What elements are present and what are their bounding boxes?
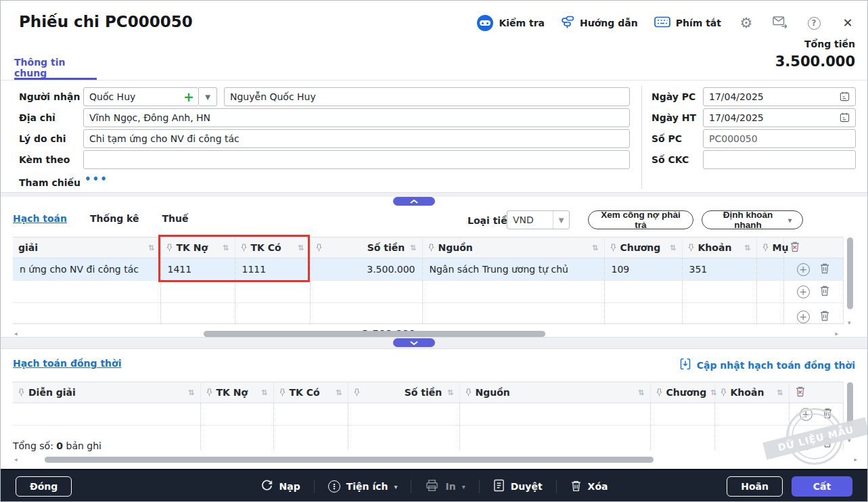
scroll-right-icon[interactable]: ▸ (835, 331, 838, 337)
calendar-icon[interactable] (840, 112, 850, 124)
pin-icon[interactable] (721, 388, 727, 396)
sort-icon[interactable]: ⇅ (148, 244, 154, 252)
scrollbar-thumb[interactable] (847, 382, 853, 431)
sort-icon[interactable]: ⇅ (710, 388, 716, 397)
pin-icon[interactable] (428, 244, 434, 252)
utilities-button[interactable]: ⋮ Tiện ích ▾ (328, 480, 398, 493)
pin-icon[interactable] (206, 388, 212, 396)
recipient-name-input[interactable] (224, 87, 630, 106)
scrollbar-thumb[interactable] (204, 331, 545, 337)
view-payable-debt-button[interactable]: Xem công nợ phải trả (588, 210, 693, 229)
shortcut-button[interactable]: Phím tắt (654, 16, 721, 30)
pin-icon[interactable] (18, 388, 24, 396)
scrollbar-thumb[interactable] (45, 457, 654, 463)
col-source[interactable]: Nguồn⇅ (459, 382, 650, 403)
col-item[interactable]: Khoản⇅ (714, 382, 789, 403)
delete-row-icon[interactable] (822, 436, 833, 450)
add-row-icon[interactable]: + (800, 437, 813, 450)
recipient-code-input[interactable] (83, 87, 199, 106)
send-feedback-button[interactable] (771, 14, 789, 32)
delete-all-icon[interactable]: ✕ (790, 241, 800, 252)
delete-row-icon[interactable] (819, 263, 830, 276)
scroll-left-icon[interactable]: ◂ (14, 331, 18, 337)
vertical-scrollbar[interactable]: ▾ (847, 382, 853, 447)
delete-button[interactable]: Xóa (570, 480, 608, 494)
delete-all-icon[interactable]: ✕ (795, 386, 806, 397)
col-delete-all[interactable]: ✕ (789, 382, 843, 403)
help-button[interactable]: ? (805, 14, 823, 32)
sort-icon[interactable]: ⇅ (410, 244, 416, 252)
table-row[interactable]: n ứng cho NV đi công tác 1411 1111 3.500… (13, 258, 843, 281)
sort-icon[interactable]: ⇅ (670, 244, 676, 252)
reason-input[interactable] (83, 129, 630, 148)
pin-icon[interactable] (610, 244, 616, 252)
pin-icon[interactable] (688, 244, 694, 252)
pin-icon[interactable] (354, 388, 360, 396)
tab-statistics[interactable]: Thống kê (90, 213, 139, 224)
sort-icon[interactable]: ⇅ (592, 244, 598, 252)
sort-icon[interactable]: ⇅ (744, 244, 750, 252)
horizontal-scrollbar[interactable]: ◂ ▸ (13, 457, 859, 463)
cell-description[interactable]: n ứng cho NV đi công tác (13, 258, 160, 281)
tab-accounting[interactable]: Hạch toán (13, 213, 67, 224)
pin-icon[interactable] (465, 388, 472, 396)
sort-icon[interactable]: ⇅ (261, 388, 267, 397)
col-chapter[interactable]: Chương⇅ (604, 237, 682, 258)
collapse-down-button[interactable] (393, 338, 435, 347)
horizontal-scrollbar[interactable]: ◂ ▸ (13, 331, 840, 337)
close-voucher-button[interactable]: Đóng (16, 476, 72, 497)
print-button[interactable]: In ▾ (425, 479, 465, 494)
col-delete-all[interactable]: ✕ (783, 237, 843, 258)
delete-row-icon[interactable] (819, 310, 830, 323)
scroll-left-icon[interactable]: ◂ (14, 457, 18, 463)
table-row-empty[interactable]: + (13, 281, 843, 303)
scroll-down-icon[interactable]: ▾ (848, 438, 851, 444)
reference-ellipsis-button[interactable]: ••• (85, 173, 108, 185)
cell-item[interactable]: 351 (682, 258, 756, 281)
col-description[interactable]: Diễn giải⇅ (13, 382, 200, 403)
cell-chapter[interactable]: 109 (604, 258, 682, 281)
col-amount[interactable]: Số tiền⇅ (348, 382, 459, 403)
calendar-icon[interactable] (840, 91, 850, 104)
check-button[interactable]: Kiểm tra (477, 15, 545, 31)
voucher-no-input[interactable] (703, 129, 856, 148)
attachment-input[interactable] (83, 150, 630, 169)
scroll-right-icon[interactable]: ▸ (854, 457, 857, 463)
cell-debit-account[interactable]: 1411 (160, 258, 235, 281)
add-row-icon[interactable]: + (797, 286, 810, 298)
reload-button[interactable]: Nạp (260, 479, 300, 494)
col-amount[interactable]: Số tiền⇅ (310, 237, 422, 258)
address-input[interactable] (83, 108, 630, 127)
sort-icon[interactable]: ⇅ (188, 388, 194, 397)
col-debit-account[interactable]: TK Nợ⇅ (160, 237, 235, 258)
delete-row-icon[interactable] (819, 285, 830, 298)
save-button[interactable]: Cất (792, 476, 852, 497)
delete-row-icon[interactable] (822, 407, 833, 421)
pin-icon[interactable] (279, 388, 285, 396)
cell-credit-account[interactable]: 1111 (235, 258, 310, 281)
collapse-up-button[interactable] (393, 197, 435, 206)
sort-icon[interactable]: ⇅ (298, 244, 304, 252)
col-credit-account[interactable]: TK Có⇅ (273, 382, 348, 403)
sort-icon[interactable]: ⇅ (777, 388, 783, 397)
add-row-icon[interactable]: + (797, 311, 810, 323)
date-ht-input[interactable] (703, 108, 856, 127)
table-row-empty[interactable]: + (13, 403, 843, 426)
simultaneous-posting-link[interactable]: Hạch toán đồng thời (13, 358, 121, 369)
col-chapter[interactable]: Chương⇅ (650, 382, 714, 403)
pin-icon[interactable] (656, 388, 662, 396)
col-item[interactable]: Khoản⇅ (682, 237, 756, 258)
cell-sub-item[interactable] (756, 258, 783, 281)
postpone-button[interactable]: Hoãn (727, 476, 783, 497)
update-simultaneous-posting-link[interactable]: Cập nhật hạch toán đồng thời (679, 358, 855, 372)
close-button[interactable]: ✕ (839, 14, 856, 32)
approve-button[interactable]: Duyệt (493, 479, 543, 494)
col-debit-account[interactable]: TK Nợ⇅ (200, 382, 273, 403)
col-description[interactable]: giải⇅ (13, 237, 160, 258)
tab-general-info[interactable]: Thông tin chung (14, 58, 97, 80)
col-sub-item[interactable]: Mụ (756, 237, 783, 258)
recipient-dropdown-button[interactable]: ▼ (199, 87, 217, 106)
cell-source[interactable]: Ngân sách Trung ương tự chủ (422, 258, 604, 281)
add-row-icon[interactable]: + (800, 408, 813, 421)
sort-icon[interactable]: ⇅ (638, 388, 644, 397)
